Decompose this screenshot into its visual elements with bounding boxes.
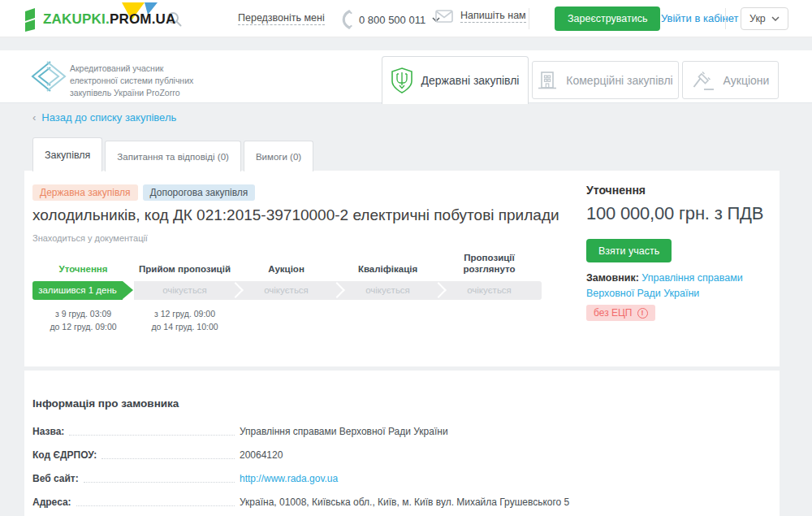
row-label: Назва: (32, 426, 64, 438)
no-ecp-label: без ЕЦП (594, 307, 633, 319)
dotted-leader (69, 435, 235, 436)
page: ZAKUPKI.PROM.UA Передзвоніть мені 0 800 … (0, 0, 812, 516)
tab-label: Запитання та відповіді (0) (117, 152, 229, 162)
tab-commercial-procurement[interactable]: Комерційні закупівлі (532, 61, 679, 99)
stage-dates: з 12 груд. 09:00до 14 груд. 10:00 (134, 307, 235, 334)
stage-label-qualification: Кваліфікація (337, 263, 438, 275)
row-value: Управління справами Верховної Ради Украї… (240, 426, 448, 438)
dotted-leader (102, 458, 235, 459)
row-label: Адреса: (32, 496, 71, 509)
phone-number: 0 800 500 011 (359, 14, 425, 26)
website-link[interactable]: http://www.rada.gov.ua (240, 473, 338, 485)
timeline-active-segment: залишився 1 день (32, 281, 123, 300)
stage-label-reviewed: Пропозиції розглянуто (438, 252, 540, 275)
no-ecp-badge: без ЕЦП ! (586, 305, 655, 321)
tender-price: 100 000,00 грн. з ПДВ (586, 203, 763, 224)
row-label: Код ЄДРПОУ: (32, 449, 97, 462)
customer-info-rows: Назва: Управління справами Верховної Рад… (32, 426, 731, 516)
prozorro-accreditation-text: Акредитований учасник електронної систем… (70, 63, 193, 100)
site-logo[interactable]: ZAKUPKI.PROM.UA (24, 7, 176, 32)
write-us-link[interactable]: Напишіть нам (460, 10, 526, 23)
subthreshold-badge: Допорогова закупівля (143, 184, 256, 201)
customer-info-section: Інформація про замовника Назва: Управлін… (24, 371, 780, 516)
row-value: Україна, 01008, Київська обл., Київ, м. … (240, 496, 569, 509)
state-procurement-badge: Державна закупівля (32, 184, 138, 201)
phone-dropdown[interactable]: 0 800 500 011 (339, 10, 440, 29)
breadcrumb: ‹Назад до списку закупівель (32, 111, 176, 124)
customer-block: Замовник: Управління справами Верховної … (586, 271, 778, 301)
badges: Державна закупівля Допорогова закупівля (32, 184, 255, 201)
timeline-status: очікується (337, 281, 438, 300)
table-row: Веб сайт: http://www.rada.gov.ua (32, 473, 731, 485)
logo-text-promua: PROM.UA (110, 11, 176, 27)
table-row: Адреса: Україна, 01008, Київська обл., К… (32, 496, 731, 509)
timeline-dates: з 9 груд. 03:09до 12 груд. 09:00 з 12 гр… (32, 307, 542, 334)
tender-card: Державна закупівля Допорогова закупівля … (24, 171, 780, 366)
timeline-status: очікується (134, 281, 235, 300)
phone-icon (339, 10, 352, 29)
timeline-stage-labels: Уточнення Прийом пропозицій Аукціон Квал… (32, 252, 542, 275)
row-value: 20064120 (240, 449, 283, 462)
tender-title: холодильників, код ДК 021:2015-39710000-… (32, 206, 577, 224)
sidebar-stage-heading: Уточнення (586, 184, 646, 197)
tab-label: Державні закупівлі (421, 74, 520, 87)
tab-state-procurement[interactable]: Державні закупівлі (382, 56, 529, 104)
row-label: Веб сайт: (32, 473, 79, 485)
timeline-active-status: залишився 1 день (38, 285, 117, 295)
stage-dates (235, 307, 337, 334)
table-row: Назва: Управління справами Верховної Рад… (32, 426, 731, 438)
stage-label-auction: Аукціон (235, 263, 337, 275)
participate-button[interactable]: Взяти участь (586, 239, 672, 262)
gavel-icon (692, 70, 715, 91)
customer-info-heading: Інформація про замовника (32, 397, 179, 410)
topbar: ZAKUPKI.PROM.UA Передзвоніть мені 0 800 … (0, 0, 812, 37)
topbar-divider (529, 8, 529, 29)
page-tabs: Закупівля Запитання та відповіді (0) Вим… (32, 137, 313, 171)
chevron-down-icon (771, 16, 780, 21)
dotted-leader (84, 482, 235, 483)
language-selector[interactable]: Укр (741, 7, 788, 30)
topbar-divider (725, 8, 726, 29)
register-button[interactable]: Зареєструватись (555, 7, 660, 31)
language-value: Укр (749, 13, 766, 24)
envelope-icon (435, 10, 453, 23)
info-icon[interactable]: ! (637, 308, 648, 319)
stage-label-proposals: Прийом пропозицій (134, 263, 235, 275)
timeline-status: очікується (235, 281, 337, 300)
timeline-arrow (123, 281, 133, 299)
write-us-group: Напишіть нам (435, 10, 526, 23)
stage-label-clarification: Уточнення (32, 263, 134, 275)
callback-link[interactable]: Передзвоніть мені (238, 12, 325, 25)
customer-label: Замовник: (586, 272, 639, 284)
chevron-left-icon: ‹ (32, 111, 36, 124)
stage-dates: з 9 груд. 03:09до 12 груд. 09:00 (32, 307, 134, 334)
stage-dates (337, 307, 438, 334)
logo-text-zakupki: ZAKUPKI. (43, 11, 110, 27)
trident-emblem-icon (391, 67, 412, 93)
logo-flag-icon (24, 7, 37, 32)
tab-label: Вимоги (0) (256, 152, 301, 162)
tab-purchase[interactable]: Закупівля (32, 137, 102, 171)
tab-auctions[interactable]: Аукціони (682, 61, 779, 99)
tab-questions-answers[interactable]: Запитання та відповіді (0) (105, 141, 241, 171)
tab-label: Комерційні закупівлі (566, 74, 672, 87)
login-link[interactable]: Увійти в кабінет (661, 12, 738, 24)
prozorro-logo-icon (31, 60, 67, 93)
tender-subtitle: Знаходиться у документації (32, 233, 148, 243)
building-icon (538, 71, 557, 90)
timeline-status: очікується (438, 281, 540, 300)
tab-label: Закупівля (45, 150, 90, 161)
dotted-leader (76, 505, 235, 506)
table-row: Код ЄДРПОУ: 20064120 (32, 449, 731, 462)
tab-requirements[interactable]: Вимоги (0) (244, 141, 313, 171)
stage-dates (438, 307, 540, 334)
tab-label: Аукціони (723, 74, 770, 87)
tender-timeline: Уточнення Прийом пропозицій Аукціон Квал… (32, 252, 542, 333)
timeline-progress-bar: залишився 1 день очікується очікується о… (32, 281, 542, 300)
back-to-list-link[interactable]: Назад до списку закупівель (41, 111, 176, 124)
